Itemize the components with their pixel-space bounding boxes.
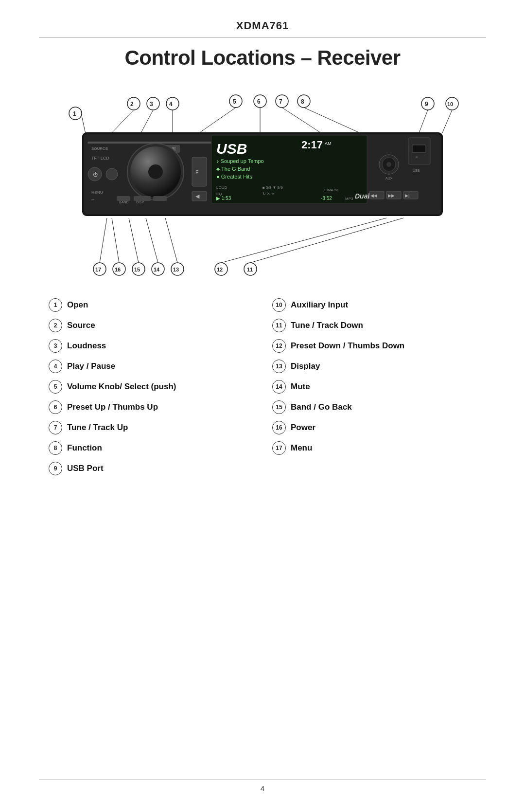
svg-text:SOURCE: SOURCE — [91, 146, 108, 151]
svg-text:USB: USB — [216, 141, 247, 157]
legend-item: 10 Auxiliary Input — [272, 298, 476, 312]
svg-text:17: 17 — [95, 267, 101, 272]
legend-item: 11 Tune / Track Down — [272, 319, 476, 332]
model-title: XDMA761 — [236, 19, 289, 32]
svg-text:10: 10 — [447, 101, 453, 107]
legend-num: 14 — [272, 380, 286, 394]
legend-num: 15 — [272, 400, 286, 414]
svg-point-61 — [147, 97, 159, 110]
svg-rect-21 — [192, 157, 207, 186]
legend-item: 2 Source — [49, 319, 253, 332]
svg-text:▶ 1:53: ▶ 1:53 — [216, 196, 231, 201]
svg-text:F: F — [195, 169, 199, 175]
legend-num: 2 — [49, 319, 62, 332]
legend-label: Source — [67, 321, 95, 330]
svg-text:↩: ↩ — [91, 198, 94, 201]
svg-rect-46 — [412, 145, 426, 152]
legend-item: 14 Mute — [272, 380, 476, 394]
legend-label: Menu — [291, 443, 312, 453]
svg-line-69 — [199, 108, 236, 133]
svg-text:4: 4 — [169, 101, 173, 108]
svg-rect-18 — [117, 196, 130, 201]
legend-num: 4 — [49, 360, 62, 373]
svg-text:⏻: ⏻ — [93, 172, 98, 177]
svg-text:6: 6 — [257, 98, 261, 105]
svg-text:↻ ✕ ↠: ↻ ✕ ↠ — [262, 192, 275, 196]
svg-text:▶▶: ▶▶ — [388, 193, 395, 198]
svg-text:1: 1 — [73, 110, 76, 117]
svg-line-78 — [304, 108, 360, 133]
svg-line-105 — [250, 218, 403, 263]
legend-label: Preset Up / Thumbs Up — [67, 402, 158, 412]
svg-text:DISP: DISP — [136, 200, 144, 204]
svg-text:7: 7 — [279, 98, 282, 105]
legend-item: 6 Preset Up / Thumbs Up — [49, 400, 253, 414]
svg-text:LOUD: LOUD — [216, 185, 227, 190]
svg-text:♣ The G Band: ♣ The G Band — [216, 166, 250, 172]
svg-line-102 — [221, 218, 386, 263]
legend-num: 9 — [49, 462, 62, 475]
svg-text:16: 16 — [115, 267, 121, 272]
svg-text:2: 2 — [130, 101, 134, 108]
svg-rect-2 — [88, 142, 214, 144]
diagram-container: SOURCE LOUD ▶/II TFT LCD ⏻ — [49, 89, 476, 293]
legend-item: 8 Function — [49, 441, 253, 455]
svg-point-43 — [386, 162, 391, 167]
legend-label: Function — [67, 443, 102, 453]
svg-text:MP3: MP3 — [345, 197, 353, 201]
legend-item: 1 Open — [49, 298, 253, 312]
legend-label: Mute — [291, 382, 310, 392]
svg-point-64 — [166, 97, 179, 110]
legend-num: 16 — [272, 421, 286, 434]
legend-num: 17 — [272, 441, 286, 455]
receiver-diagram: SOURCE LOUD ▶/II TFT LCD ⏻ — [49, 89, 476, 293]
svg-text:3: 3 — [150, 101, 153, 108]
svg-text:8: 8 — [301, 98, 304, 105]
legend-item: 4 Play / Pause — [49, 360, 253, 373]
svg-text:◀◀: ◀◀ — [370, 193, 377, 198]
legend-num: 1 — [49, 298, 62, 312]
legend-label: USB Port — [67, 464, 104, 473]
svg-text:■ 5/8 ▼ 9/9: ■ 5/8 ▼ 9/9 — [262, 185, 283, 190]
svg-line-81 — [419, 110, 428, 133]
legend-label: Preset Down / Thumbs Down — [291, 341, 404, 351]
svg-text:BAND: BAND — [119, 200, 128, 204]
svg-text:11: 11 — [247, 267, 253, 272]
svg-text:14: 14 — [154, 267, 160, 272]
legend-item: 16 Power — [272, 421, 476, 434]
legend-num: 6 — [49, 400, 62, 414]
svg-line-84 — [442, 110, 452, 133]
legend-item: 17 Menu — [272, 441, 476, 455]
legend-item: 15 Band / Go Back — [272, 400, 476, 414]
legend-num: 8 — [49, 441, 62, 455]
svg-text:2:17: 2:17 — [301, 139, 323, 151]
legend-num: 7 — [49, 421, 62, 434]
legend-num: 3 — [49, 339, 62, 353]
svg-text:AM: AM — [325, 141, 332, 146]
svg-line-60 — [112, 110, 134, 133]
legend-col-left: 1 Open 2 Source 3 Loudness 4 Play / Paus… — [49, 298, 253, 475]
bottom-divider — [39, 779, 486, 779]
legend-label: Tune / Track Up — [67, 423, 128, 433]
svg-text:● Greatest Hits: ● Greatest Hits — [216, 174, 252, 180]
svg-text:15: 15 — [134, 267, 140, 272]
svg-text:12: 12 — [217, 267, 223, 272]
legend-col-right: 10 Auxiliary Input 11 Tune / Track Down … — [272, 298, 476, 475]
legend-label: Open — [67, 300, 88, 310]
svg-point-13 — [148, 164, 163, 179]
legend-label: Band / Go Back — [291, 402, 352, 412]
svg-text:13: 13 — [173, 267, 179, 272]
top-divider — [39, 37, 486, 37]
svg-text:-3:52: -3:52 — [321, 196, 332, 201]
svg-text:XDMA761: XDMA761 — [323, 188, 339, 192]
svg-text:Dual: Dual — [355, 192, 370, 200]
legend-item: 3 Loudness — [49, 339, 253, 353]
legend-num: 10 — [272, 298, 286, 312]
legend-item: 12 Preset Down / Thumbs Down — [272, 339, 476, 353]
svg-line-87 — [100, 218, 107, 263]
svg-text:MENU: MENU — [91, 190, 103, 195]
svg-line-99 — [165, 218, 177, 263]
svg-line-93 — [129, 218, 139, 263]
legend-num: 5 — [49, 380, 62, 394]
svg-text:≡: ≡ — [416, 155, 418, 160]
